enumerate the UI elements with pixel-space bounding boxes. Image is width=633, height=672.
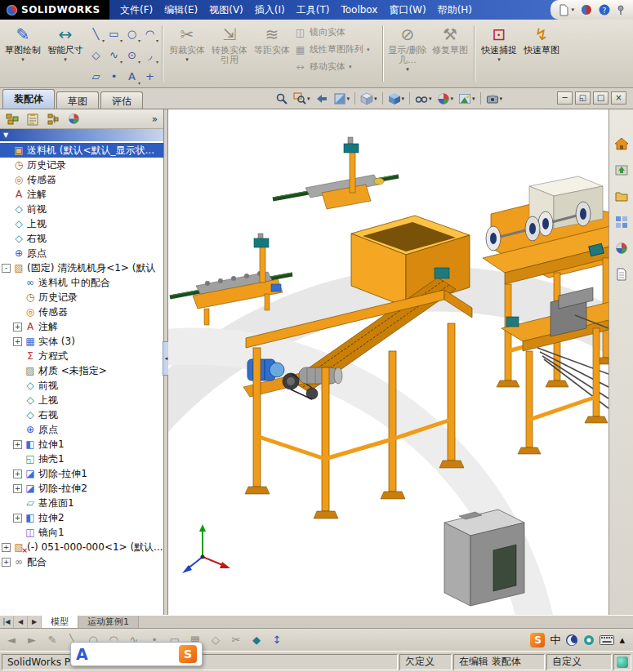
display-style-icon[interactable]: ▾ (386, 91, 407, 106)
menu-item[interactable]: 插入(I) (249, 2, 291, 19)
menu-item[interactable]: 编辑(E) (158, 2, 203, 19)
model-tab[interactable]: 运动算例1 (78, 616, 139, 628)
rectangle-icon[interactable]: ▭▾ (105, 24, 123, 44)
tree-item[interactable]: ◫镜向1 (0, 525, 163, 540)
tree-item[interactable]: +◪切除-拉伸1 (0, 466, 163, 481)
ime-chinese-icon[interactable]: 中 (550, 633, 560, 648)
displaymanager-tab-icon[interactable] (65, 111, 82, 127)
model-gray-bracket[interactable] (444, 510, 524, 606)
tab-scroll-next-button[interactable]: ▶ (28, 616, 42, 628)
tree-expander[interactable]: - (2, 264, 11, 273)
tab-scroll-first-button[interactable]: |◀ (0, 616, 14, 628)
tree-item[interactable]: ▱基准面1 (0, 496, 163, 510)
tree-expander[interactable]: + (13, 484, 22, 493)
tree-item[interactable]: +▧×(-) 051-000-000<1> (默认... (0, 540, 163, 554)
construction-icon[interactable]: + (141, 66, 158, 87)
tree-item[interactable]: Σ方程式 (0, 349, 163, 363)
tree-item[interactable]: A注解 (0, 187, 163, 202)
tree-item[interactable]: ⊕原点 (0, 422, 163, 437)
text-icon[interactable]: A▾ (123, 66, 140, 87)
commandmanager-tab[interactable]: 评估 (100, 91, 143, 109)
tree-item[interactable]: ◱抽壳1 (0, 452, 163, 466)
commandmanager-tab[interactable]: 装配体 (2, 89, 55, 109)
tree-item[interactable]: ◎传感器 (0, 305, 163, 319)
tree-expander[interactable]: + (13, 323, 22, 332)
tab-scroll-prev-button[interactable]: ◀ (14, 616, 28, 628)
edit-appearance-icon[interactable]: ▾ (435, 91, 456, 106)
quick-snaps-button[interactable]: ⊡快速捕捉▾ (479, 21, 519, 86)
tree-filter-bar[interactable]: ▼ (0, 129, 163, 141)
child-restore-button[interactable]: ◱ (575, 91, 591, 105)
menu-item[interactable]: 工具(T) (291, 2, 336, 19)
tree-item[interactable]: ◇上视 (0, 393, 163, 407)
graphics-area[interactable] (168, 109, 608, 615)
point-icon[interactable]: • (105, 66, 123, 87)
polygon-icon[interactable]: ◇ (87, 45, 105, 65)
previous-view-icon[interactable] (314, 91, 330, 106)
tree-expander[interactable]: + (2, 543, 11, 552)
zoom-area-icon[interactable]: ▾ (292, 91, 312, 106)
tree-item[interactable]: ∞送料机 中的配合 (0, 275, 163, 290)
model-tab[interactable]: 模型 (42, 616, 78, 628)
fillet-icon[interactable]: ◞▾ (141, 45, 158, 65)
design-library-icon[interactable] (613, 162, 630, 178)
tree-item[interactable]: +◧拉伸2 (0, 510, 163, 525)
menu-item[interactable]: 视图(V) (203, 2, 249, 19)
smart-dimension-button[interactable]: ↔智能尺寸▾ (45, 21, 86, 86)
help-icon[interactable]: ? (599, 4, 610, 16)
tree-item[interactable]: +▦实体 (3) (0, 334, 163, 349)
menu-item[interactable]: 帮助(H) (432, 2, 478, 19)
tree-item[interactable]: +A注解 (0, 319, 163, 334)
zoom-fit-icon[interactable] (274, 91, 290, 106)
ime-logo-icon[interactable]: S (179, 645, 197, 663)
tree-expander[interactable]: + (13, 470, 22, 478)
ellipse-icon[interactable]: ⊙▾ (123, 45, 140, 65)
tree-item[interactable]: +◪切除-拉伸2 (0, 481, 163, 496)
tree-item[interactable]: ◇右视 (0, 407, 163, 422)
custom-properties-icon[interactable] (613, 266, 630, 283)
tree-item[interactable]: -▧(固定) 清洗机机身<1> (默认 (0, 260, 163, 275)
tree-item[interactable]: ▨材质 <未指定> (0, 363, 163, 378)
tree-item[interactable]: ◷历史记录 (0, 158, 163, 172)
tree-item[interactable]: ▣送料机 (默认<默认_显示状... (0, 143, 163, 158)
tree-item[interactable]: ◇右视 (0, 231, 163, 246)
view-settings-icon[interactable]: ▾ (484, 91, 505, 106)
tree-item[interactable]: ◇前视 (0, 378, 163, 393)
new-document-icon[interactable]: ▾ (559, 4, 574, 16)
tree-item[interactable]: +∞配合 (0, 554, 163, 569)
sketch-button[interactable]: ✎草图绘制▾ (2, 21, 43, 86)
panel-overflow-button[interactable]: » (150, 113, 159, 125)
tree-expander[interactable]: + (13, 440, 22, 449)
ime-moon-icon[interactable] (565, 634, 578, 647)
tree-expander[interactable]: + (13, 337, 22, 346)
menu-item[interactable]: Toolbox (335, 2, 383, 17)
line-icon[interactable]: ╲▾ (87, 24, 105, 44)
section-view-icon[interactable]: ▾ (332, 91, 352, 106)
propertymanager-tab-icon[interactable] (25, 111, 41, 127)
configurationmanager-tab-icon[interactable] (45, 111, 61, 127)
menu-pin-icon[interactable] (617, 5, 625, 16)
tree-item[interactable]: ◇前视 (0, 202, 163, 216)
dimension-tool-icon[interactable]: ◆ (249, 633, 264, 648)
arc-icon[interactable]: ◠▾ (141, 24, 158, 44)
commandmanager-tab[interactable]: 草图 (56, 91, 99, 109)
tree-item[interactable]: ◎传感器 (0, 172, 163, 187)
task-pane-home-icon[interactable] (613, 136, 630, 152)
featuremanager-tab-icon[interactable] (4, 111, 20, 127)
tree-item[interactable]: +◧拉伸1 (0, 437, 163, 452)
tree-item[interactable]: ◷历史记录 (0, 290, 163, 305)
appearances-icon[interactable] (613, 240, 630, 256)
rapid-sketch-button[interactable]: ↯快速草图 (521, 21, 562, 86)
updown-tool-icon[interactable]: ↕ (270, 633, 284, 648)
tray-expand-icon[interactable]: ▴ (619, 634, 625, 646)
circle-icon[interactable]: ○▾ (123, 24, 140, 44)
tree-item[interactable]: ⊕原点 (0, 246, 163, 260)
tree-item[interactable]: ◇上视 (0, 216, 163, 231)
filter-dropdown-icon[interactable]: ▼ (3, 132, 8, 139)
content-sphere-icon[interactable] (581, 4, 592, 16)
tree-expander[interactable]: + (2, 558, 11, 567)
child-close-button[interactable]: × (611, 91, 626, 105)
view-palette-icon[interactable] (613, 214, 630, 230)
menu-item[interactable]: 文件(F) (114, 2, 158, 19)
plane-icon[interactable]: ▱ (87, 66, 105, 87)
